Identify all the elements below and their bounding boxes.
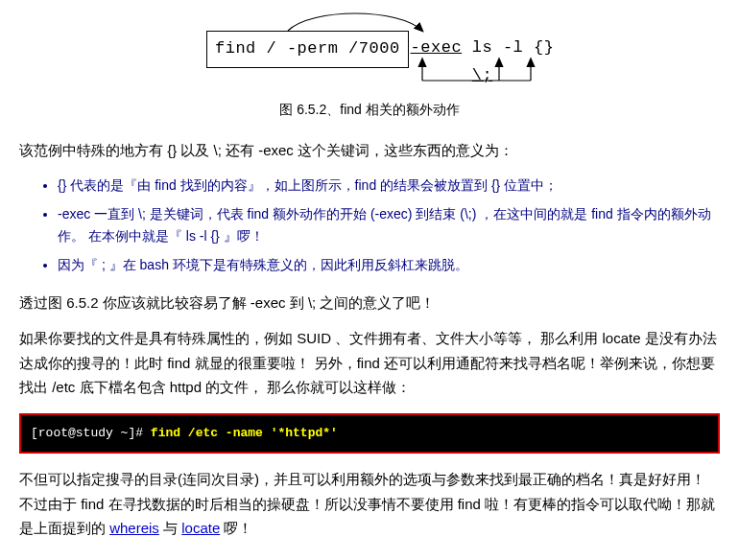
command-diagram: find / -perm /7000 -exec ls -l {} \; [19,10,720,94]
terminal-prompt: [root@study ~]# [31,426,151,440]
command-tail: -exec ls -l {} \; [403,35,561,90]
list-item: {} 代表的是『由 find 找到的内容』，如上图所示，find 的结果会被放置… [58,175,720,198]
bullet-list: {} 代表的是『由 find 找到的内容』，如上图所示，find 的结果会被放置… [19,175,720,277]
paragraph-closing: 不但可以指定搜寻的目录(连同次目录)，并且可以利用额外的选项与参数来找到最正确的… [19,467,720,541]
terminal-command: find /etc -name '*httpd*' [151,426,338,440]
boxed-command: find / -perm /7000 [206,31,409,68]
list-item: 因为『 ; 』在 bash 环境下是有特殊意义的，因此利用反斜杠来跳脱。 [58,254,720,277]
list-item: -exec 一直到 \; 是关键词，代表 find 额外动作的开始 (-exec… [58,203,720,249]
paragraph-intro: 该范例中特殊的地方有 {} 以及 \; 还有 -exec 这个关键词，这些东西的… [19,138,720,163]
whereis-link[interactable]: whereis [109,520,159,536]
figure-caption: 图 6.5.2、find 相关的额外动作 [19,99,720,122]
terminal-block: [root@study ~]# find /etc -name '*httpd*… [19,413,720,454]
paragraph-usecase: 如果你要找的文件是具有特殊属性的，例如 SUID 、文件拥有者、文件大小等等， … [19,326,720,400]
locate-link[interactable]: locate [181,520,220,536]
paragraph-summary: 透过图 6.5.2 你应该就比较容易了解 -exec 到 \; 之间的意义了吧！ [19,291,720,315]
